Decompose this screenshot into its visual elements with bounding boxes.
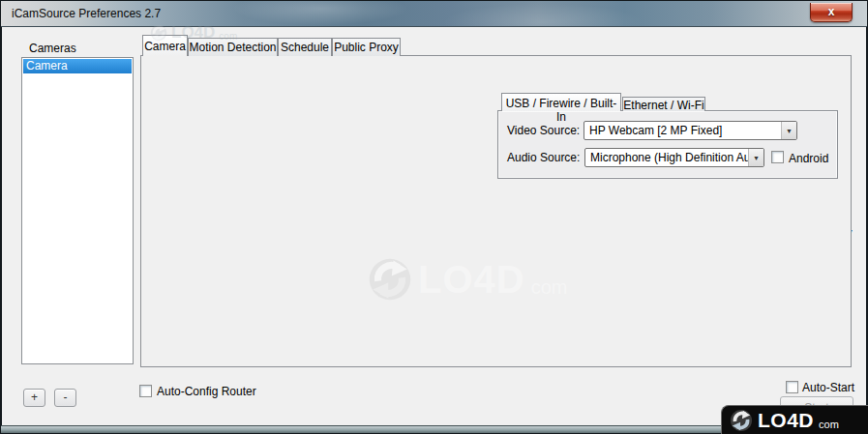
app-window: iCamSource Preferences 2.7 x Cameras Cam… [0,0,868,434]
audio-source-value: Microphone (High Definition Aud [585,151,748,164]
audio-source-label: Audio Source: [507,151,580,164]
auto-config-router-label: Auto-Config Router [157,385,256,398]
tab-public-proxy[interactable]: Public Proxy [332,38,401,56]
cameras-list-label: Cameras [29,42,76,55]
android-label: Android [789,152,828,165]
close-icon: x [828,5,835,18]
remove-camera-button[interactable]: - [54,389,76,407]
tab-camera[interactable]: Camera [142,35,188,56]
android-checkbox[interactable] [771,151,784,163]
window-title: iCamSource Preferences 2.7 [12,7,161,20]
dialog-client-area: Cameras Camera + - Camera Motion Detecti… [2,27,866,425]
auto-config-router-checkbox[interactable] [139,385,152,397]
watermark-badge: LO4D com [721,405,868,434]
tab-ethernet-wifi[interactable]: Ethernet / Wi-Fi [622,97,705,111]
chevron-down-icon: ▼ [748,149,763,166]
add-camera-button[interactable]: + [23,389,45,407]
auto-start-label: Auto-Start [802,381,854,394]
list-item-camera[interactable]: Camera [23,59,132,73]
close-button[interactable]: x [810,3,853,22]
audio-source-dropdown[interactable]: Microphone (High Definition Aud ▼ [584,148,764,167]
video-source-dropdown[interactable]: HP Webcam [2 MP Fixed] ▼ [584,121,797,140]
lo4d-logo-icon [730,409,753,432]
tab-motion-detection[interactable]: Motion Detection [188,38,278,56]
auto-start-checkbox[interactable] [786,381,798,393]
tab-schedule[interactable]: Schedule [278,38,332,56]
camera-tab-pane [140,55,852,367]
cameras-listbox[interactable]: Camera [21,57,134,364]
video-source-value: HP Webcam [2 MP Fixed] [584,124,781,137]
tab-usb-firewire[interactable]: USB / Firewire / Built-In [501,93,621,111]
title-bar: iCamSource Preferences 2.7 x [1,1,867,27]
chevron-down-icon: ▼ [781,122,796,139]
video-source-label: Video Source: [507,124,580,137]
